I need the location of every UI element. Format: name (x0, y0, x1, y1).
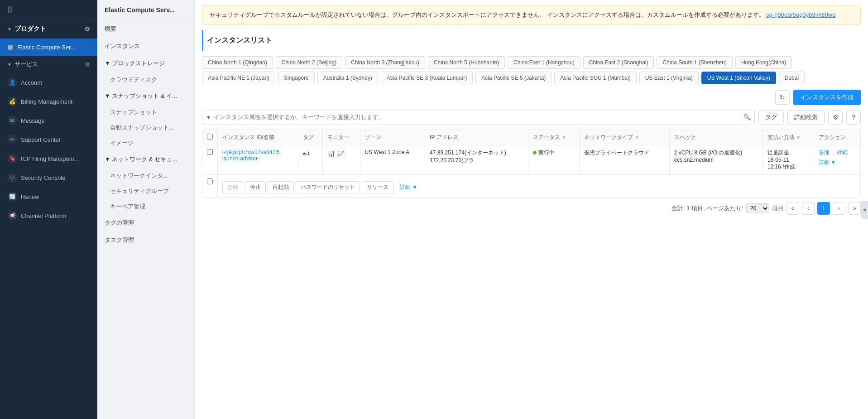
channel-label: Channel Platform (21, 212, 66, 219)
subnav-item-network-interface[interactable]: ネットワークインタ... (97, 168, 194, 183)
reset-password-button[interactable]: パスワードのリセット (296, 181, 360, 193)
table-action-row: 起動 停止 再起動 パスワードのリセット リリース 詳細 ▼ (202, 174, 861, 197)
subnav-item-snapshot[interactable]: スナップショット (97, 105, 194, 120)
region-tab[interactable]: Dubai (779, 72, 805, 84)
column-settings-icon[interactable]: ⚙ (828, 110, 843, 125)
tag-icon[interactable]: 🏷 (303, 150, 309, 157)
gear-icon[interactable]: ⚙ (84, 25, 90, 33)
region-tab[interactable]: Singapore (278, 72, 315, 84)
region-tab[interactable]: China East 2 (Shanghai) (583, 56, 654, 69)
service-gear-icon[interactable]: ⚙ (85, 61, 90, 68)
region-tab[interactable]: US East 1 (Virginia) (639, 72, 699, 84)
page-next-button[interactable]: › (833, 202, 845, 215)
subnav-item-task-management[interactable]: タスク管理 (97, 231, 194, 249)
refresh-button[interactable]: ↻ (775, 90, 790, 105)
region-tab[interactable]: Asia Pacific SE 3 (Kuala Lumpur) (381, 72, 473, 84)
row-spec-value: 2 vCPU 8 GB (I/O の最適化) (674, 149, 758, 157)
region-tab[interactable]: Asia Pacific SE 5 (Jakarta) (475, 72, 551, 84)
th-network-type[interactable]: ネットワークタイプ ▼ (580, 130, 669, 145)
subnav-section-block-storage[interactable]: ▼ ブロックストレージ (97, 55, 194, 72)
page-1-button[interactable]: 1 (817, 202, 830, 215)
select-all-checkbox[interactable] (207, 134, 213, 140)
pagination-total-text: 合計: 1 項目, ページあたり: (671, 204, 743, 212)
search-input[interactable] (214, 114, 743, 120)
handle-icon[interactable]: ||| (7, 5, 13, 14)
manage-link[interactable]: 管理 (819, 149, 830, 157)
region-tab[interactable]: Hong Kong(China) (735, 56, 792, 69)
monitor-chart-icon[interactable]: 📊 (327, 150, 335, 157)
page-first-button[interactable]: « (786, 202, 799, 215)
region-tab[interactable]: China North 5 (Huhehaote) (428, 56, 505, 69)
per-page-select[interactable]: 20 50 100 (746, 203, 769, 213)
icp-label: ICP Filing Managem... (21, 155, 79, 162)
start-button[interactable]: 起動 (222, 181, 243, 193)
row-checkbox[interactable] (207, 149, 213, 155)
restart-button[interactable]: 再起動 (268, 181, 294, 193)
sidebar-item-billing[interactable]: 💰 Billing Management (0, 92, 97, 111)
create-instance-button[interactable]: インスタンスを作成 (793, 90, 861, 105)
subnav-item-cloud-disk[interactable]: クラウドディスク (97, 72, 194, 87)
action-row-checkbox-input[interactable] (207, 178, 213, 184)
region-tab[interactable]: Asia Pacific SOU 1 (Mumbai) (554, 72, 636, 84)
region-tab[interactable]: China East 1 (Hangzhou) (508, 56, 580, 69)
subnav-section-snapshot[interactable]: ▼ スナップショット & イ... (97, 87, 194, 105)
sidebar-item-channel[interactable]: 📢 Channel Platform (0, 206, 97, 225)
monitor-graph-icon[interactable]: 📈 (337, 150, 345, 157)
subnav-item-image[interactable]: イメージ (97, 135, 194, 151)
subnav-item-tag-management[interactable]: タグの管理 (97, 214, 194, 231)
subnav-item-instances[interactable]: インスタンス (97, 38, 194, 55)
region-tab[interactable]: China South 1 (Shenzhen) (657, 56, 732, 69)
alert-link[interactable]: sg-rj90ebr5qg3yb9im80wb (766, 11, 835, 18)
detail-search-button[interactable]: 詳細検索 (787, 110, 825, 125)
instance-list-section: インスタンスリスト China North 1 (Qingdao)China N… (195, 30, 868, 226)
th-billing[interactable]: 支払い方法 ▼ (762, 130, 814, 145)
sidebar-item-renew[interactable]: 🔄 Renew (0, 187, 97, 206)
region-tab[interactable]: Asia Pacific NE 1 (Japan) (202, 72, 275, 84)
subnav-section-network[interactable]: ▼ ネットワーク & セキュ... (97, 151, 194, 168)
subnav-title: Elastic Compute Serv... (97, 0, 194, 20)
account-label: Account (21, 79, 42, 86)
region-tab[interactable]: Australia 1 (Sydney) (317, 72, 378, 84)
row-spec-type: ecs.sn2.medium (674, 157, 758, 163)
sidebar-item-account[interactable]: 👤 Account (0, 73, 97, 92)
vnc-link[interactable]: VNC (836, 149, 848, 156)
subnav-item-security-group[interactable]: セキュリティグループ (97, 183, 194, 199)
stop-button[interactable]: 停止 (245, 181, 266, 193)
region-tab[interactable]: China North 1 (Qingdao) (202, 56, 273, 69)
active-service-item[interactable]: ▦ Elastic Compute Ser... (0, 39, 97, 56)
instance-id-link[interactable]: i-rj9gkfph7dw17sa847l5 (222, 149, 293, 155)
help-icon[interactable]: ? (846, 110, 861, 125)
th-status[interactable]: ステータス ▼ (528, 130, 580, 145)
detail-button[interactable]: 詳細 ▼ (395, 181, 422, 193)
detail-chevron-icon: ▼ (830, 159, 836, 165)
status-dot (533, 151, 537, 154)
instance-name-link[interactable]: launch-advisor- (222, 155, 293, 162)
account-icon: 👤 (7, 77, 17, 87)
subnav-item-keypair[interactable]: キーペア管理 (97, 199, 194, 214)
page-last-button[interactable]: » (848, 202, 861, 215)
sidebar-item-message[interactable]: ✉ Message (0, 111, 97, 130)
row-ip-cell: 47.89.251.174(インターネット) 172.20.23.70(プラ (425, 145, 528, 174)
sidebar-top: ||| (0, 0, 97, 19)
toolbar: ↻ インスタンスを作成 (202, 90, 861, 105)
region-tab[interactable]: US West 1 (Silicon Valley) (701, 72, 776, 84)
sidebar-item-support[interactable]: ✏ Support Center (0, 130, 97, 149)
service-section-header[interactable]: ▼ サービス ⚙ (0, 56, 97, 73)
search-input-wrapper: ▼ 🔍 (202, 110, 755, 125)
row-network-type-value: 仮想プライベートクラウド (584, 149, 649, 156)
region-tabs: China North 1 (Qingdao)China North 2 (Be… (202, 56, 861, 84)
sidebar-item-icp[interactable]: 🔖 ICP Filing Managem... (0, 149, 97, 168)
page-prev-button[interactable]: ‹ (802, 202, 815, 215)
channel-icon: 📢 (7, 211, 17, 221)
release-button[interactable]: リリース (362, 181, 393, 193)
detail-dropdown[interactable]: 詳細 ▼ (819, 159, 836, 166)
region-tab[interactable]: China North 3 (Zhangjiakou) (345, 56, 425, 69)
row-billing-type: 従量課金 (767, 149, 809, 157)
tag-button[interactable]: タグ (758, 110, 784, 125)
sidebar-item-security-console[interactable]: 🛡 Security Console (0, 168, 97, 187)
row-billing-cell: 従量課金 18-05-11 12:16 /作成 (762, 145, 814, 174)
pagination-unit: 項目 (772, 204, 784, 212)
region-tab[interactable]: China North 2 (Beijing) (276, 56, 342, 69)
subnav-item-overview[interactable]: 概要 (97, 20, 194, 38)
subnav-item-auto-snapshot[interactable]: 自動スナップショット... (97, 120, 194, 135)
